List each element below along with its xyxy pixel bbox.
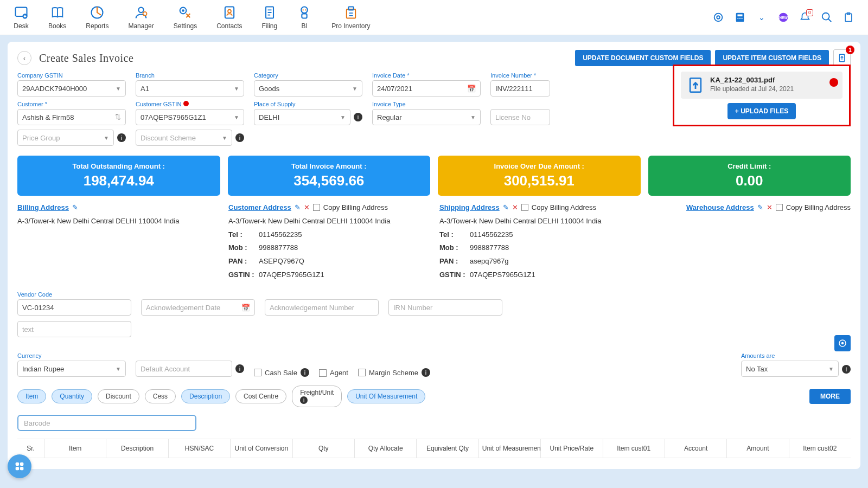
- irn-input[interactable]: [388, 299, 502, 316]
- svg-point-20: [737, 18, 738, 19]
- nav-filing[interactable]: Filing: [261, 5, 277, 30]
- chip-discount[interactable]: Discount: [98, 389, 139, 403]
- delete-icon[interactable]: ✕: [304, 203, 310, 211]
- upload-files-button[interactable]: + UPLOAD FILES: [727, 103, 796, 119]
- delete-file-icon[interactable]: [829, 78, 838, 87]
- summary-invoice: Total Invoice Amount :354,569.66: [228, 156, 431, 196]
- info-icon[interactable]: i: [354, 113, 362, 121]
- edit-icon[interactable]: ✎: [72, 203, 78, 211]
- amounts-are-select[interactable]: No Tax▼: [741, 361, 839, 377]
- default-account-select[interactable]: Default Account: [136, 361, 232, 377]
- billing-address-link[interactable]: Billing Address: [17, 203, 69, 211]
- svg-point-12: [303, 9, 304, 10]
- search-icon[interactable]: [821, 11, 833, 23]
- text-input[interactable]: [17, 321, 131, 337]
- chip-costcentre[interactable]: Cost Centre: [235, 389, 286, 403]
- chip-description[interactable]: Description: [181, 389, 230, 403]
- th-cust01: Item cust01: [603, 439, 665, 458]
- info-icon[interactable]: i: [117, 133, 126, 142]
- currency-label: Currency: [17, 352, 126, 359]
- svg-point-25: [822, 13, 829, 20]
- settings-gear-icon[interactable]: [712, 11, 724, 23]
- apps-fab[interactable]: [8, 454, 31, 476]
- dropdown-icon[interactable]: ⌄: [756, 11, 768, 23]
- top-nav: Desk Books Reports Manager Settings Cont…: [0, 0, 868, 35]
- more-button[interactable]: MORE: [809, 389, 851, 404]
- customer-address-link[interactable]: Customer Address: [228, 203, 291, 211]
- invoice-no-input[interactable]: [490, 80, 550, 97]
- company-gstin-select[interactable]: 29AADCK7940H000▼: [17, 80, 126, 97]
- edit-icon[interactable]: ✎: [757, 203, 763, 211]
- chip-cess[interactable]: Cess: [145, 389, 176, 403]
- nav-books[interactable]: Books: [48, 5, 66, 30]
- ack-date-input[interactable]: 📅: [141, 299, 255, 316]
- nav-settings[interactable]: Settings: [174, 5, 197, 30]
- delete-icon[interactable]: ✕: [512, 203, 518, 211]
- info-icon[interactable]: i: [235, 364, 244, 373]
- cash-sale-checkbox[interactable]: Cash Salei: [254, 368, 309, 377]
- inv-type-select[interactable]: Regular▼: [372, 109, 481, 125]
- discount-scheme-select[interactable]: Discount Scheme▼: [136, 130, 232, 146]
- category-label: Category: [254, 72, 362, 79]
- svg-rect-11: [302, 14, 307, 18]
- pos-select[interactable]: DELHI▼: [254, 109, 350, 125]
- category-select[interactable]: Goods▼: [254, 80, 362, 97]
- chip-freight[interactable]: Freight/Unit i: [292, 386, 342, 407]
- barcode-input[interactable]: [17, 415, 196, 431]
- ack-no-input[interactable]: [265, 299, 379, 316]
- clipboard-icon[interactable]: [843, 11, 854, 23]
- nav-pro-inventory[interactable]: Pro Inventory: [331, 5, 370, 30]
- vendor-code-input[interactable]: [17, 299, 131, 316]
- nav-bi[interactable]: BI: [297, 5, 312, 30]
- copy-billing-checkbox[interactable]: [313, 204, 320, 211]
- shipping-address-link[interactable]: Shipping Address: [439, 203, 500, 211]
- chip-quantity[interactable]: Quantity: [52, 389, 92, 403]
- currency-select[interactable]: Indian Rupee▼: [17, 361, 126, 377]
- line-settings-button[interactable]: [834, 335, 851, 351]
- calculator-icon[interactable]: [734, 11, 746, 23]
- edit-icon[interactable]: ✎: [295, 203, 301, 211]
- customer-select[interactable]: Ashish & Firm58⇅: [17, 109, 126, 125]
- warehouse-address-link[interactable]: Warehouse Address: [686, 203, 754, 211]
- bi-icon: [297, 5, 312, 20]
- invoice-date-input[interactable]: 24/07/2021📅: [372, 80, 481, 97]
- nav-manager[interactable]: Manager: [128, 5, 154, 30]
- info-icon[interactable]: i: [422, 368, 430, 377]
- new-badge-icon[interactable]: NEW: [777, 11, 789, 23]
- currency-row: CurrencyIndian Rupee▼ Default Accounti C…: [17, 352, 851, 377]
- margin-checkbox[interactable]: Margin Schemei: [358, 368, 430, 377]
- price-group-select[interactable]: Price Group▼: [17, 130, 114, 146]
- svg-text:NEW: NEW: [779, 16, 788, 20]
- info-icon[interactable]: i: [301, 368, 309, 377]
- top-nav-items: Desk Books Reports Manager Settings Cont…: [14, 5, 371, 30]
- info-icon[interactable]: i: [235, 133, 244, 142]
- svg-rect-18: [736, 13, 744, 22]
- chip-item[interactable]: Item: [17, 389, 46, 403]
- agent-checkbox[interactable]: Agent: [319, 369, 348, 377]
- delete-icon[interactable]: ✕: [767, 203, 773, 211]
- svg-point-16: [714, 14, 723, 22]
- copy-billing-checkbox[interactable]: [776, 204, 783, 211]
- svg-rect-14: [347, 9, 355, 18]
- back-button[interactable]: ‹: [17, 51, 31, 65]
- inv-type-label: Invoice Type: [372, 101, 481, 107]
- info-icon[interactable]: i: [842, 365, 851, 374]
- nav-reports[interactable]: Reports: [86, 5, 108, 30]
- cust-gstin-select[interactable]: 07AQEPS7965G1Z1▼: [136, 109, 244, 125]
- license-input[interactable]: [490, 109, 550, 125]
- customer-address-col: Customer Address✎✕Copy Billing Address A…: [228, 203, 429, 281]
- update-doc-custom-button[interactable]: UPDATE DOCUMENT CUSTOM FIELDS: [575, 50, 711, 66]
- notification-bell-icon[interactable]: 0: [799, 11, 811, 23]
- summary-overdue: Invoice Over Due Amount :300,515.91: [438, 156, 641, 196]
- chip-uom[interactable]: Unit Of Measurement: [347, 389, 425, 403]
- address-row: Billing Address✎ A-3/Tower-k New Delhi C…: [17, 203, 851, 281]
- branch-select[interactable]: A1▼: [136, 80, 244, 97]
- edit-icon[interactable]: ✎: [503, 203, 509, 211]
- update-item-custom-button[interactable]: UPDATE ITEM CUSTOM FIELDS: [715, 50, 829, 66]
- cust-gstin-label: Customer GSTIN: [136, 101, 244, 107]
- copy-billing-checkbox[interactable]: [521, 204, 528, 211]
- nav-contacts[interactable]: Contacts: [216, 5, 242, 30]
- svg-rect-32: [16, 463, 19, 466]
- nav-desk[interactable]: Desk: [14, 5, 29, 30]
- form-row-3: Price Group▼i Discount Scheme▼i: [17, 130, 851, 146]
